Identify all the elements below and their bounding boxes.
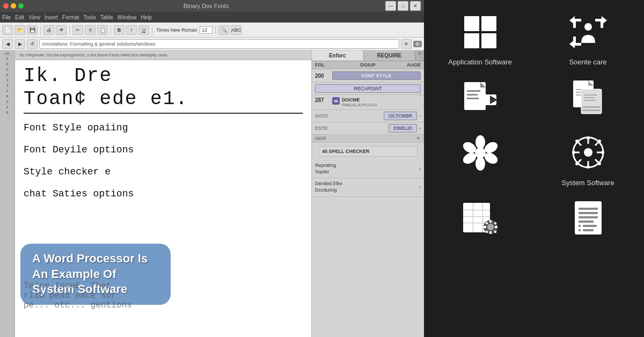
window-minimize-btn[interactable]: — [385,1,396,11]
toolbar-spell[interactable]: ABC [231,25,241,35]
menu-bar: File Edit View Insert Format Tools Table… [0,12,424,23]
doc-opt-item-2[interactable]: Denited Elke Dccduring › [312,178,424,196]
ruler-1: so [5,52,9,56]
menu-table[interactable]: Table [100,14,113,20]
svg-rect-9 [467,90,480,92]
file-doc-icon-wrapper [567,76,610,119]
ruler-4: 2 [6,68,8,72]
toolbar-italic[interactable]: I [126,25,137,35]
svg-rect-61 [495,226,497,228]
toolbar-underline[interactable]: U [138,25,149,35]
row2-num: 287 [315,97,330,103]
toolbar-print[interactable]: 🖨 [43,25,54,35]
font-name-field[interactable]: Times New Roman [155,27,198,33]
ruler-2: 1 [6,57,8,61]
toolbar-paste[interactable]: 📋 [97,25,108,35]
toolbar-cut[interactable]: ✂ [72,25,83,35]
refresh-button[interactable]: ↺ [27,39,38,49]
toolbar-preview[interactable]: 👁 [56,25,67,35]
ruler-6: 1 [6,78,8,83]
toolbar-save[interactable]: 💾 [27,25,38,35]
row4-btn[interactable]: EBIELID [389,124,417,133]
list-settings-icon [462,200,499,235]
doc-options-header: Enforc REQUIRE × [312,50,424,61]
address-bar[interactable]: Annotations: Formatting & general soluti… [39,39,399,49]
svg-point-49 [598,162,601,165]
menu-edit[interactable]: Edit [15,14,24,20]
doc-options-close[interactable]: × [415,50,424,56]
font-size-field[interactable]: 12 [200,26,213,34]
maximize-traffic-light[interactable] [18,3,24,9]
svg-rect-69 [579,216,598,218]
menu-insert[interactable]: Insert [45,14,58,20]
icon-item-soente-care[interactable]: Soente care [540,11,635,67]
window-close-btn[interactable]: ✕ [410,1,421,11]
doc-page[interactable]: So Olepinote: Sol ba expergments, s the … [15,50,311,337]
soente-care-label: Soente care [569,58,606,67]
icon-item-system-software[interactable]: System Software [540,131,635,188]
recarsint-btn[interactable]: RECARSINT [315,84,421,93]
tab-settings[interactable]: ⚙ [413,41,422,47]
address-bar-row: ◀ ▶ ↺ Annotations: Formatting & general … [0,38,424,50]
row1-btn[interactable]: FONT STYLE [332,71,421,80]
menu-file[interactable]: File [2,14,11,20]
menu-tools[interactable]: Tools [84,14,96,20]
icon-item-application-software[interactable]: Application Software [433,11,528,67]
doc-opt-item-1-arrow: › [419,166,421,172]
icon-item-file-doc[interactable] [540,76,635,123]
doc-body-line-2: Font Deyile options [24,142,303,158]
menu-format[interactable]: Format [62,14,79,20]
doc-opt-item-1-line2: Sopter [315,169,336,175]
doc-lines-icon-wrapper [567,196,610,239]
svg-point-46 [575,140,579,143]
forward-button[interactable]: ▶ [14,39,25,49]
svg-rect-52 [463,216,490,217]
toolbar-copy[interactable]: ⎘ [85,25,96,35]
doc-heading-line1: Ik. Dre [24,64,303,87]
svg-point-33 [584,148,592,157]
svg-rect-11 [467,98,479,99]
row3-btn[interactable]: OCTOBBR [384,112,417,120]
svg-point-6 [584,23,592,31]
svg-rect-67 [579,208,598,210]
menu-window[interactable]: Window [118,14,137,20]
toolbar-zoom[interactable]: 🔍 [218,25,229,35]
close-tab-btn[interactable]: ✕ [401,39,412,49]
icon-item-doc-settings[interactable] [433,76,528,123]
toolbar-bold[interactable]: B [114,25,125,35]
doc-content[interactable]: Ik. Dre Toan¢ ede e1. Font Style opaiing… [15,60,311,206]
toolbar-new[interactable]: 📄 [2,25,13,35]
svg-point-47 [598,140,601,143]
window-restore-btn[interactable]: □ [398,1,408,11]
svg-rect-20 [584,94,597,96]
svg-rect-73 [579,229,581,231]
doc-opt-item-2-arrow: › [419,185,421,190]
col-header-2: DGIUP [341,62,394,68]
section-label: NIOF [315,136,327,141]
soente-care-icon-wrapper [567,11,610,54]
doc-options-tab1[interactable]: Enforc [312,50,364,61]
back-button[interactable]: ◀ [2,39,13,49]
minimize-traffic-light[interactable] [11,3,16,9]
icon-item-list-settings[interactable] [433,196,528,244]
section-arrow: ▼ [416,136,421,141]
doc-options-tab2[interactable]: REQUIRE [364,50,416,61]
partial-line-1: Te're InceE. Thet [24,281,311,291]
doc-partial-lines: Te're InceE. Thet rllo pead eace sor pe.… [24,281,311,310]
toolbar-open[interactable]: 📂 [14,25,25,35]
svg-marker-1 [569,16,575,25]
svg-point-42 [587,136,590,140]
toolbar-sep-4 [152,26,152,34]
menu-view[interactable]: View [28,14,40,20]
doc-body-line-3: Style checker e [24,164,303,180]
menu-help[interactable]: Help [141,14,152,20]
svg-rect-58 [489,220,492,223]
col-header-1: FOL [315,62,341,68]
svg-rect-70 [579,221,594,223]
doc-opt-item-1[interactable]: Reprating Sopter › [312,160,424,178]
icon-item-doc-lines[interactable] [540,196,635,244]
ruler-12: 8 [6,111,8,115]
close-traffic-light[interactable] [3,3,9,9]
icon-item-flower[interactable] [433,131,528,188]
row2-icon: M [332,97,340,105]
